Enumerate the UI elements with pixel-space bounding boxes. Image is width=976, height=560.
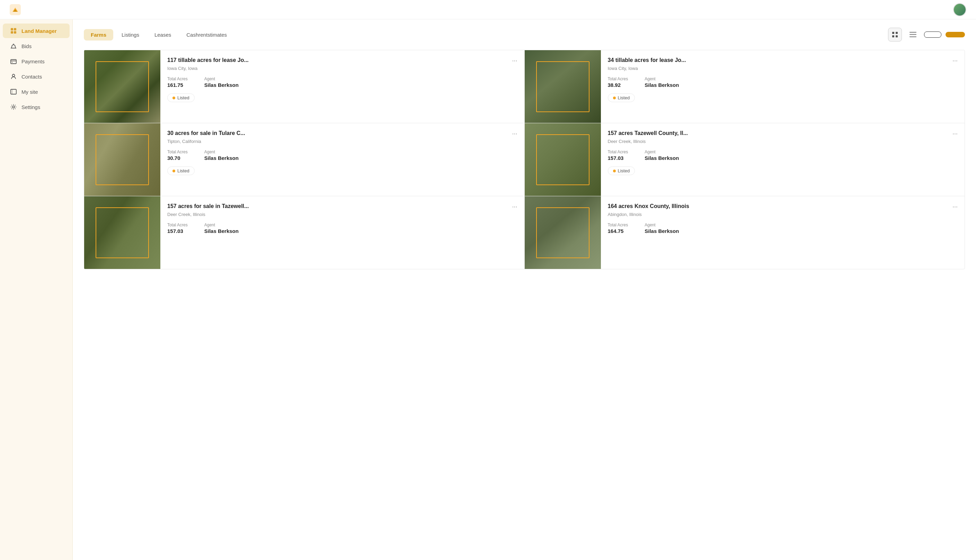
farm-title-row: 34 tillable acres for lease Jo... ··· xyxy=(608,57,958,64)
farm-info: 117 tillable acres for lease Jo... ··· I… xyxy=(160,50,524,108)
farm-title-row: 157 acres Tazewell County, Il... ··· xyxy=(608,130,958,137)
sidebar-item-settings[interactable]: Settings xyxy=(3,100,70,114)
acres-label: Total Acres xyxy=(608,223,628,227)
status-text: Listed xyxy=(618,168,630,173)
header-nav xyxy=(931,3,966,16)
acres-stat: Total Acres 157.03 xyxy=(167,223,188,234)
agent-stat: Agent Silas Berkson xyxy=(645,223,679,234)
sidebar-item-bids[interactable]: Bids xyxy=(3,39,70,53)
farm-card-3[interactable]: 30 acres for sale in Tulare C... ··· Tip… xyxy=(84,123,524,196)
farm-card-6[interactable]: 164 acres Knox County, Illinois ··· Abin… xyxy=(525,196,965,269)
farm-outline xyxy=(536,61,590,112)
list-view-toggle[interactable] xyxy=(906,28,920,42)
farm-location: Iowa City, Iowa xyxy=(608,66,958,71)
farm-location: Abingdon, Illinois xyxy=(608,212,958,217)
farm-location: Deer Creek, Illinois xyxy=(608,139,958,144)
sidebar-item-my-site[interactable]: My site xyxy=(3,85,70,99)
farm-card-5[interactable]: 157 acres for sale in Tazewell... ··· De… xyxy=(84,196,524,269)
farm-stats: Total Acres 157.03 Agent Silas Berkson xyxy=(167,223,517,234)
farm-menu-button[interactable]: ··· xyxy=(953,57,958,64)
toolbar-actions xyxy=(888,28,965,42)
farm-stats: Total Acres 38.92 Agent Silas Berkson xyxy=(608,77,958,88)
acres-stat: Total Acres 157.03 xyxy=(608,150,628,161)
create-button[interactable] xyxy=(946,32,965,37)
farm-image xyxy=(84,123,160,196)
svg-point-10 xyxy=(12,106,15,108)
agent-label: Agent xyxy=(645,223,679,227)
farm-outline xyxy=(95,134,149,185)
svg-rect-3 xyxy=(11,31,13,33)
farm-title: 157 acres Tazewell County, Il... xyxy=(608,130,688,137)
tab-leases[interactable]: Leases xyxy=(147,29,178,40)
agent-value: Silas Berkson xyxy=(645,155,679,161)
agent-value: Silas Berkson xyxy=(204,82,239,88)
sidebar-item-land-manager[interactable]: Land Manager xyxy=(3,23,70,38)
agent-label: Agent xyxy=(204,223,239,227)
acres-stat: Total Acres 38.92 xyxy=(608,77,628,88)
badge-dot xyxy=(613,97,616,99)
sidebar-item-payments[interactable]: Payments xyxy=(3,54,70,68)
acres-label: Total Acres xyxy=(608,77,628,81)
farm-menu-button[interactable]: ··· xyxy=(512,57,517,64)
svg-rect-6 xyxy=(11,60,16,64)
farm-outline xyxy=(536,134,590,185)
sidebar-item-contacts[interactable]: Contacts xyxy=(3,69,70,84)
svg-point-8 xyxy=(12,74,15,77)
sidebar: Land Manager Bids Payments Contacts My s… xyxy=(0,19,73,560)
farm-location: Tipton, California xyxy=(167,139,517,144)
farm-card-4[interactable]: 157 acres Tazewell County, Il... ··· Dee… xyxy=(525,123,965,196)
logo[interactable] xyxy=(10,4,23,15)
farm-outline xyxy=(95,61,149,112)
content-area: FarmsListingsLeasesCashrentstimates xyxy=(73,19,976,560)
farm-stats: Total Acres 157.03 Agent Silas Berkson xyxy=(608,150,958,161)
agent-stat: Agent Silas Berkson xyxy=(645,77,679,88)
farm-info: 157 acres Tazewell County, Il... ··· Dee… xyxy=(601,123,965,181)
sidebar-label-land-manager: Land Manager xyxy=(22,28,57,34)
logo-icon xyxy=(10,4,21,15)
farm-menu-button[interactable]: ··· xyxy=(953,203,958,210)
list-icon xyxy=(909,32,916,37)
farm-info: 164 acres Knox County, Illinois ··· Abin… xyxy=(601,196,965,245)
farm-image xyxy=(525,50,601,123)
agent-label: Agent xyxy=(204,77,239,81)
farms-grid: 117 tillable acres for lease Jo... ··· I… xyxy=(84,50,965,269)
acres-stat: Total Acres 161.75 xyxy=(167,77,188,88)
farm-menu-button[interactable]: ··· xyxy=(512,130,517,137)
farm-card-2[interactable]: 34 tillable acres for lease Jo... ··· Io… xyxy=(525,50,965,123)
agent-stat: Agent Silas Berkson xyxy=(645,150,679,161)
grid-view-toggle[interactable] xyxy=(888,28,902,42)
badge-dot xyxy=(172,97,175,99)
farm-outline xyxy=(536,207,590,258)
agent-label: Agent xyxy=(204,150,239,154)
farm-info: 30 acres for sale in Tulare C... ··· Tip… xyxy=(160,123,524,181)
tab-cashrentstimates[interactable]: Cashrentstimates xyxy=(179,29,234,40)
tab-farms[interactable]: Farms xyxy=(84,29,113,40)
svg-rect-17 xyxy=(909,36,916,37)
status-text: Listed xyxy=(618,95,630,100)
svg-rect-11 xyxy=(892,32,894,34)
acres-label: Total Acres xyxy=(167,223,188,227)
status-text: Listed xyxy=(177,168,189,173)
bids-icon xyxy=(10,42,17,50)
svg-point-5 xyxy=(13,43,14,45)
acres-label: Total Acres xyxy=(167,150,188,154)
acres-value: 161.75 xyxy=(167,82,188,88)
acres-stat: Total Acres 30.70 xyxy=(167,150,188,161)
header xyxy=(0,0,976,19)
filter-button[interactable] xyxy=(924,32,941,38)
farm-title: 30 acres for sale in Tulare C... xyxy=(167,130,245,137)
farm-title-row: 157 acres for sale in Tazewell... ··· xyxy=(167,203,517,210)
agent-label: Agent xyxy=(645,150,679,154)
acres-value: 157.03 xyxy=(608,155,628,161)
agent-value: Silas Berkson xyxy=(204,228,239,234)
tab-listings[interactable]: Listings xyxy=(115,29,146,40)
farm-menu-button[interactable]: ··· xyxy=(953,130,958,137)
svg-rect-1 xyxy=(11,28,13,30)
svg-rect-9 xyxy=(11,89,16,94)
farm-menu-button[interactable]: ··· xyxy=(512,203,517,210)
agent-stat: Agent Silas Berkson xyxy=(204,77,239,88)
status-text: Listed xyxy=(177,95,189,100)
avatar[interactable] xyxy=(953,3,966,16)
acres-label: Total Acres xyxy=(167,77,188,81)
farm-card-1[interactable]: 117 tillable acres for lease Jo... ··· I… xyxy=(84,50,524,123)
